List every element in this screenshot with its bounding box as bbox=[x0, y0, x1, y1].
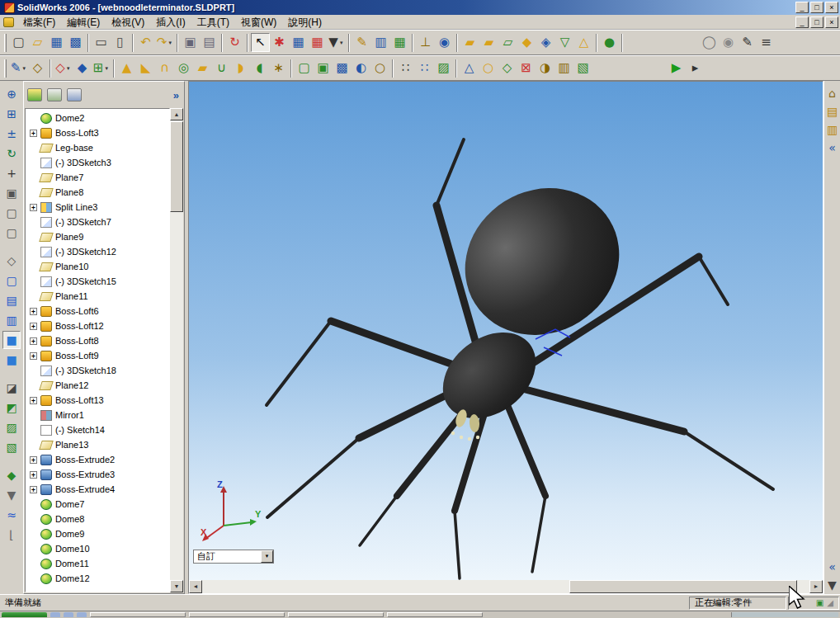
tree-item-plane9[interactable]: +Plane9 bbox=[26, 229, 169, 244]
feat-8-icon[interactable]: ∩ bbox=[155, 59, 174, 78]
render-sphere-icon[interactable]: ◉ bbox=[719, 33, 738, 52]
graphics-viewport[interactable]: Z X Y 自訂 ▼ ◄ ► bbox=[188, 81, 823, 594]
open-document-icon[interactable]: ▱ bbox=[28, 33, 47, 52]
taskbar-button[interactable] bbox=[189, 612, 285, 617]
quicklaunch-icon[interactable] bbox=[50, 612, 60, 617]
menu-item-4[interactable]: 工具(T) bbox=[191, 16, 235, 29]
feat-25-icon[interactable]: ◇ bbox=[498, 59, 517, 78]
tool-25-icon[interactable]: ◆ bbox=[517, 33, 536, 52]
quicklaunch-icon[interactable] bbox=[77, 612, 87, 617]
taskbar-button[interactable] bbox=[90, 612, 186, 617]
copy-icon[interactable]: ▣ bbox=[181, 33, 200, 52]
tree-item-dome10[interactable]: +Dome10 bbox=[26, 541, 169, 556]
expand-toggle-icon[interactable]: + bbox=[30, 308, 37, 315]
featuremanager-tab-icon[interactable] bbox=[27, 88, 42, 101]
tree-item-boss-loft8[interactable]: +Boss-Loft8 bbox=[26, 333, 169, 348]
menu-item-0[interactable]: 檔案(F) bbox=[17, 16, 61, 29]
feat-19-icon[interactable]: ○ bbox=[370, 59, 389, 78]
taskbar-button[interactable] bbox=[387, 612, 483, 617]
tree-item-dome7[interactable]: +Dome7 bbox=[26, 497, 169, 512]
save-document-icon[interactable]: ▦ bbox=[47, 33, 66, 52]
tree-item-mirror1[interactable]: +Mirror1 bbox=[26, 408, 169, 422]
tree-item-plane10[interactable]: +Plane10 bbox=[26, 259, 169, 274]
tool-18-icon[interactable]: ▥ bbox=[371, 33, 390, 52]
expand-toggle-icon[interactable]: + bbox=[30, 397, 37, 404]
zoom-in-out-icon[interactable]: ± bbox=[2, 125, 21, 143]
dropdown-arrow-icon[interactable]: ▼ bbox=[339, 40, 344, 45]
feat-21-icon[interactable]: ∷ bbox=[415, 59, 434, 78]
shaded-icon[interactable]: ■ bbox=[2, 351, 21, 369]
tool-29-icon[interactable]: ● bbox=[600, 33, 619, 52]
tool-23-icon[interactable]: ▰ bbox=[479, 33, 498, 52]
collapse-chevron-icon[interactable]: » bbox=[173, 89, 181, 101]
annotate-pencil-icon[interactable]: ✎ bbox=[738, 33, 757, 52]
expand-toggle-icon[interactable]: + bbox=[30, 352, 37, 360]
select-icon[interactable]: ↖ bbox=[251, 33, 270, 52]
tool-13-icon[interactable]: ✱ bbox=[270, 33, 289, 52]
scroll-right-icon[interactable]: ▸ bbox=[686, 59, 705, 78]
feat-13-icon[interactable]: ◖ bbox=[250, 59, 269, 78]
tool-26-icon[interactable]: ◈ bbox=[536, 33, 555, 52]
redo-icon[interactable]: ↷▼ bbox=[155, 33, 174, 52]
pan-icon[interactable]: + bbox=[2, 164, 21, 182]
print-document-icon[interactable]: ▭ bbox=[92, 33, 111, 52]
dropdown-arrow-icon[interactable]: ▼ bbox=[104, 66, 109, 71]
paste-icon[interactable]: ▤ bbox=[200, 33, 219, 52]
zoom-area-icon[interactable]: ⊞ bbox=[2, 105, 21, 123]
tree-item-plane7[interactable]: +Plane7 bbox=[26, 170, 169, 185]
wireframe-icon[interactable]: ▢ bbox=[2, 271, 21, 290]
tree-item-sketch14[interactable]: +(-) Sketch14 bbox=[26, 422, 169, 437]
feat-20-icon[interactable]: ∷ bbox=[396, 59, 415, 78]
tree-item-3dsketch7[interactable]: +(-) 3DSketch7 bbox=[26, 215, 169, 229]
feat-4-icon[interactable]: ◆ bbox=[73, 59, 92, 78]
tree-item-3dsketch3[interactable]: +(-) 3DSketch3 bbox=[26, 155, 169, 170]
tree-item-leg-base[interactable]: +Leg-base bbox=[26, 140, 169, 155]
feat-12-icon[interactable]: ◗ bbox=[231, 59, 250, 78]
tree-item-split-line3[interactable]: +Split Line3 bbox=[26, 200, 169, 215]
scroll-right-icon[interactable]: ► bbox=[809, 580, 823, 593]
feat-29-icon[interactable]: ▧ bbox=[573, 59, 592, 78]
tool-24-icon[interactable]: ▱ bbox=[498, 33, 517, 52]
feat-18-icon[interactable]: ◐ bbox=[352, 59, 370, 78]
view-tool-2-icon[interactable]: ▼ bbox=[2, 486, 21, 504]
dropdown-arrow-icon[interactable]: ▼ bbox=[66, 66, 71, 71]
rebuild-icon[interactable]: ↻ bbox=[225, 33, 244, 52]
tree-item-plane13[interactable]: +Plane13 bbox=[26, 437, 169, 452]
feat-24-icon[interactable]: ○ bbox=[479, 59, 498, 78]
menu-item-5[interactable]: 視窗(W) bbox=[235, 16, 282, 29]
print-preview-icon[interactable]: ▯ bbox=[111, 33, 130, 52]
feat-5-icon[interactable]: ⊞▼ bbox=[92, 59, 111, 78]
tree-item-dome11[interactable]: +Dome11 bbox=[26, 556, 169, 571]
scroll-thumb[interactable] bbox=[569, 580, 797, 593]
tree-item-boss-loft13[interactable]: +Boss-Loft13 bbox=[26, 393, 169, 408]
hidden-lines-visible-icon[interactable]: ▤ bbox=[2, 291, 21, 309]
feat-23-icon[interactable]: △ bbox=[460, 59, 479, 78]
expand-toggle-icon[interactable]: + bbox=[30, 130, 37, 137]
tree-item-3dsketch12[interactable]: +(-) 3DSketch12 bbox=[26, 244, 169, 259]
collapse-panel-icon[interactable]: « bbox=[825, 559, 840, 575]
propertymanager-tab-icon[interactable] bbox=[47, 88, 62, 101]
feat-26-icon[interactable]: ⊠ bbox=[517, 59, 536, 78]
command-list-icon[interactable]: ≡ bbox=[757, 33, 776, 52]
view-orientation-combo[interactable]: 自訂 ▼ bbox=[193, 550, 274, 564]
tool-28-icon[interactable]: △ bbox=[574, 33, 593, 52]
combo-dropdown-icon[interactable]: ▼ bbox=[261, 550, 273, 563]
tree-item-boss-loft12[interactable]: +Boss-Loft12 bbox=[26, 318, 169, 333]
expand-toggle-icon[interactable]: + bbox=[30, 337, 37, 345]
tree-scroll-up-icon[interactable]: ▲ bbox=[170, 108, 183, 120]
feat-11-icon[interactable]: ∪ bbox=[212, 59, 231, 78]
tree-item-dome8[interactable]: +Dome8 bbox=[26, 512, 169, 526]
feat-10-icon[interactable]: ▰ bbox=[193, 59, 212, 78]
taskbar-button[interactable] bbox=[288, 612, 384, 617]
expand-toggle-icon[interactable]: + bbox=[30, 456, 37, 464]
design-library-icon[interactable]: ▤ bbox=[825, 103, 840, 120]
doc-restore-button[interactable]: □ bbox=[810, 17, 823, 28]
tool-15-icon[interactable]: ▦ bbox=[308, 33, 327, 52]
curvature-icon[interactable]: ▨ bbox=[2, 418, 21, 436]
scroll-down-icon[interactable]: ▼ bbox=[825, 577, 840, 593]
feat-17-icon[interactable]: ▩ bbox=[333, 59, 352, 78]
file-explorer-icon[interactable]: ▥ bbox=[825, 121, 840, 138]
sketch-icon[interactable]: ✎▼ bbox=[9, 59, 28, 78]
feat-14-icon[interactable]: ∗ bbox=[269, 59, 288, 78]
tree-item-boss-extrude2[interactable]: +Boss-Extrude2 bbox=[26, 452, 169, 467]
